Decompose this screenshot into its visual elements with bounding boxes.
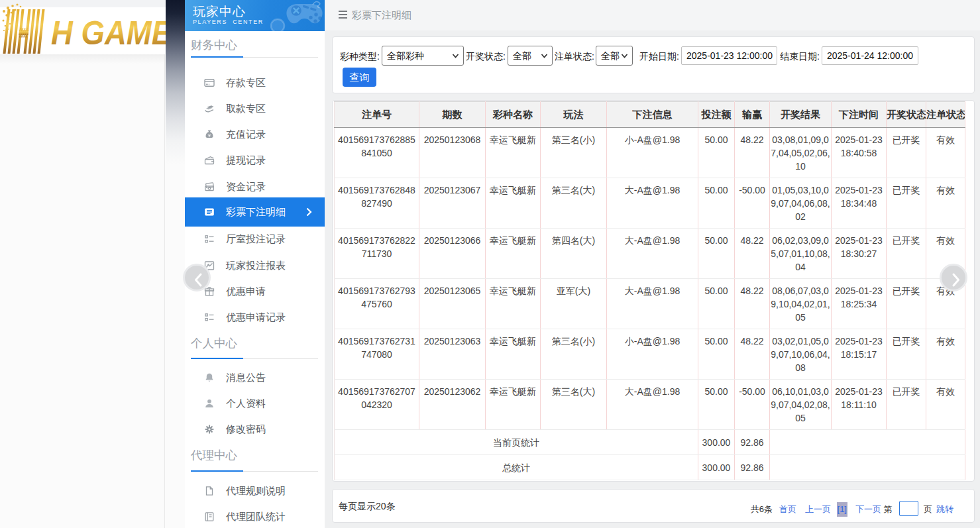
- svg-text:H GAME: H GAME: [51, 15, 166, 52]
